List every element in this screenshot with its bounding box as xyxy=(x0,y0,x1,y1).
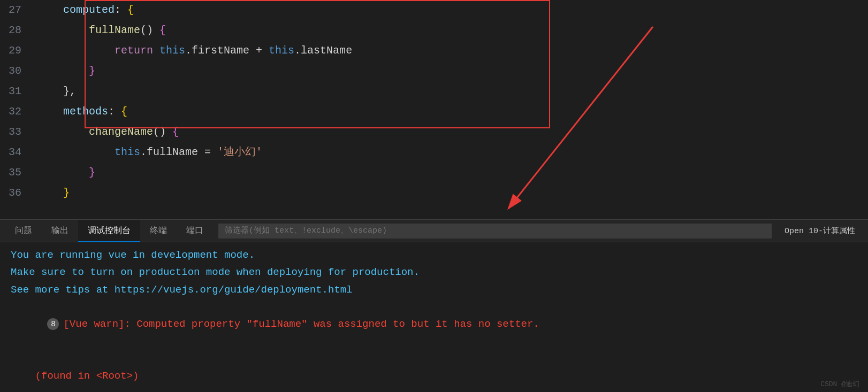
tab-output[interactable]: 输出 xyxy=(42,220,78,242)
console-line-5 xyxy=(11,350,857,367)
code-token: fullName xyxy=(89,24,140,36)
watermark: CSDN @迪幻 xyxy=(820,379,859,389)
code-token: { xyxy=(127,4,134,16)
open-button[interactable]: Open 10-计算属性 xyxy=(777,224,863,238)
code-token: '迪小幻' xyxy=(217,146,262,158)
tab-terminal[interactable]: 终端 xyxy=(140,220,177,242)
tab-problems[interactable]: 问题 xyxy=(5,220,42,242)
line-content-32: methods: { xyxy=(32,102,127,122)
code-line-30: 30 } xyxy=(0,61,868,81)
code-token: { xyxy=(172,126,179,138)
code-token: this xyxy=(115,146,140,158)
code-line-34: 34 this.fullName = '迪小幻' xyxy=(0,142,868,163)
code-token: : xyxy=(115,4,127,16)
code-token: } xyxy=(63,187,70,199)
line-content-31: }, xyxy=(32,81,76,102)
warn-badge: 8 xyxy=(47,318,59,330)
line-content-35: } xyxy=(32,163,95,183)
line-number-29: 29 xyxy=(0,41,32,61)
line-number-27: 27 xyxy=(0,0,32,20)
code-line-33: 33 changeName() { xyxy=(0,122,868,142)
console-line-2: Make sure to turn on production mode whe… xyxy=(11,264,857,281)
code-line-29: 29 return this.firstName + this.lastName xyxy=(0,41,868,61)
code-token: computed xyxy=(63,4,115,16)
code-token: .firstName + xyxy=(185,44,269,57)
console-line-3: See more tips at https://vuejs.org/guide… xyxy=(11,281,857,298)
line-number-30: 30 xyxy=(0,61,32,81)
code-token: : xyxy=(108,105,121,118)
line-content-33: changeName() { xyxy=(32,122,179,142)
line-number-35: 35 xyxy=(0,163,32,183)
code-token: .fullName = xyxy=(140,146,217,158)
line-number-28: 28 xyxy=(0,20,32,41)
code-token: { xyxy=(159,24,166,36)
line-number-34: 34 xyxy=(0,142,32,163)
line-content-36: } xyxy=(32,183,70,203)
line-number-31: 31 xyxy=(0,81,32,102)
code-token: () xyxy=(140,24,159,36)
code-token: { xyxy=(121,105,127,118)
console-content: You are running vue in development mode.… xyxy=(0,242,868,392)
code-line-27: 27 computed: { xyxy=(0,0,868,20)
line-content-27: computed: { xyxy=(32,0,134,20)
line-content-34: this.fullName = '迪小幻' xyxy=(32,142,262,163)
code-token: }, xyxy=(63,85,76,97)
code-line-32: 32 methods: { xyxy=(0,102,868,122)
code-token: changeName xyxy=(89,126,153,138)
bottom-panel: 问题 输出 调试控制台 终端 端口 Open 10-计算属性 You are r… xyxy=(0,219,868,392)
tab-bar: 问题 输出 调试控制台 终端 端口 Open 10-计算属性 xyxy=(0,220,868,242)
warn-message: [Vue warn]: Computed property "fullName"… xyxy=(63,318,539,330)
line-number-32: 32 xyxy=(0,102,32,122)
console-line-1: You are running vue in development mode. xyxy=(11,247,857,264)
code-line-28: 28 fullName() { xyxy=(0,20,868,41)
code-line-31: 31 }, xyxy=(0,81,868,102)
code-line-35: 35 } xyxy=(0,163,868,183)
code-token: this xyxy=(269,44,294,57)
code-token: return xyxy=(115,44,159,57)
console-line-6: (found in <Root>) xyxy=(11,367,857,385)
editor-area: 27 computed: { 28 fullName() { 29 return… xyxy=(0,0,868,219)
filter-input[interactable] xyxy=(218,224,772,239)
line-content-30: } xyxy=(32,61,95,81)
tab-debug-console[interactable]: 调试控制台 xyxy=(78,220,140,242)
line-content-28: fullName() { xyxy=(32,20,166,41)
line-content-29: return this.firstName + this.lastName xyxy=(32,41,352,61)
code-lines: 27 computed: { 28 fullName() { 29 return… xyxy=(0,0,868,203)
console-line-4: 8[Vue warn]: Computed property "fullName… xyxy=(11,298,857,350)
tab-ports[interactable]: 端口 xyxy=(177,220,213,242)
code-token: () xyxy=(153,126,172,138)
code-line-36: 36 } xyxy=(0,183,868,203)
line-number-36: 36 xyxy=(0,183,32,203)
code-token: .lastName xyxy=(294,44,352,57)
code-token: methods xyxy=(63,105,108,118)
line-number-33: 33 xyxy=(0,122,32,142)
code-token: } xyxy=(89,65,95,77)
code-token: this xyxy=(159,44,185,57)
code-token: } xyxy=(89,166,95,179)
